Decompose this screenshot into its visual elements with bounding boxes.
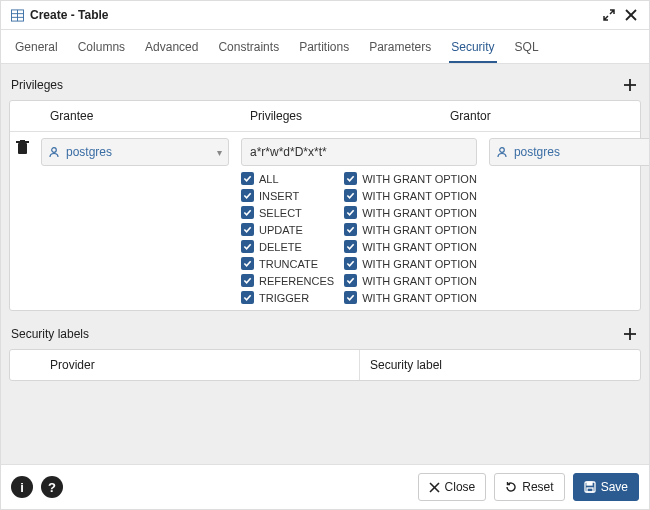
- security-labels-title: Security labels: [11, 327, 621, 341]
- chevron-down-icon: ▾: [217, 147, 222, 158]
- tab-constraints[interactable]: Constraints: [216, 36, 281, 63]
- close-button[interactable]: Close: [418, 473, 487, 501]
- priv-trigger[interactable]: TRIGGER: [241, 291, 334, 304]
- svg-rect-10: [20, 140, 25, 142]
- wgo-select[interactable]: WITH GRANT OPTION: [344, 206, 477, 219]
- col-security-label: Security label: [360, 350, 640, 380]
- priv-update[interactable]: UPDATE: [241, 223, 334, 236]
- svg-rect-8: [18, 143, 27, 154]
- grantee-select[interactable]: postgres ▾: [41, 138, 229, 166]
- tab-parameters[interactable]: Parameters: [367, 36, 433, 63]
- col-privileges: Privileges: [240, 101, 440, 131]
- close-icon[interactable]: [623, 7, 639, 23]
- reset-icon: [505, 481, 517, 493]
- grantee-value: postgres: [66, 145, 112, 159]
- svg-point-12: [500, 148, 505, 153]
- security-labels-panel: Provider Security label: [9, 349, 641, 381]
- tab-general[interactable]: General: [13, 36, 60, 63]
- priv-references[interactable]: REFERENCES: [241, 274, 334, 287]
- col-grantee: Grantee: [40, 101, 240, 131]
- wgo-references[interactable]: WITH GRANT OPTION: [344, 274, 477, 287]
- add-security-label-button[interactable]: [621, 325, 639, 343]
- priv-all[interactable]: ALL: [241, 172, 334, 185]
- wgo-truncate[interactable]: WITH GRANT OPTION: [344, 257, 477, 270]
- expand-icon[interactable]: [601, 7, 617, 23]
- grantor-value: postgres: [514, 145, 560, 159]
- tab-sql[interactable]: SQL: [513, 36, 541, 63]
- user-icon: [48, 146, 60, 158]
- tab-partitions[interactable]: Partitions: [297, 36, 351, 63]
- reset-button[interactable]: Reset: [494, 473, 564, 501]
- wgo-update[interactable]: WITH GRANT OPTION: [344, 223, 477, 236]
- table-icon: [11, 9, 24, 22]
- tab-advanced[interactable]: Advanced: [143, 36, 200, 63]
- wgo-insert[interactable]: WITH GRANT OPTION: [344, 189, 477, 202]
- save-button[interactable]: Save: [573, 473, 639, 501]
- svg-rect-18: [587, 482, 592, 485]
- col-provider: Provider: [40, 350, 360, 380]
- col-grantor: Grantor: [440, 101, 640, 131]
- delete-row-button[interactable]: [10, 132, 35, 162]
- add-privilege-button[interactable]: [621, 76, 639, 94]
- privileges-title: Privileges: [11, 78, 621, 92]
- svg-rect-19: [587, 488, 593, 492]
- wgo-all[interactable]: WITH GRANT OPTION: [344, 172, 477, 185]
- tab-security[interactable]: Security: [449, 36, 496, 63]
- tabs: General Columns Advanced Constraints Par…: [1, 30, 649, 64]
- help-button[interactable]: ?: [41, 476, 63, 498]
- priv-insert[interactable]: INSERT: [241, 189, 334, 202]
- grantor-display: postgres: [489, 138, 649, 166]
- privilege-row: postgres ▾ a*r*w*d*D*x*t* ALLINSERTSELEC…: [10, 132, 640, 310]
- priv-truncate[interactable]: TRUNCATE: [241, 257, 334, 270]
- priv-select[interactable]: SELECT: [241, 206, 334, 219]
- wgo-trigger[interactable]: WITH GRANT OPTION: [344, 291, 477, 304]
- window-title: Create - Table: [30, 8, 595, 22]
- close-icon: [429, 482, 440, 493]
- tab-columns[interactable]: Columns: [76, 36, 127, 63]
- save-icon: [584, 481, 596, 493]
- svg-point-11: [52, 148, 57, 153]
- privileges-panel: Grantee Privileges Grantor postgres ▾ a*…: [9, 100, 641, 311]
- privileges-summary[interactable]: a*r*w*d*D*x*t*: [241, 138, 477, 166]
- user-icon: [496, 146, 508, 158]
- wgo-delete[interactable]: WITH GRANT OPTION: [344, 240, 477, 253]
- priv-delete[interactable]: DELETE: [241, 240, 334, 253]
- info-button[interactable]: i: [11, 476, 33, 498]
